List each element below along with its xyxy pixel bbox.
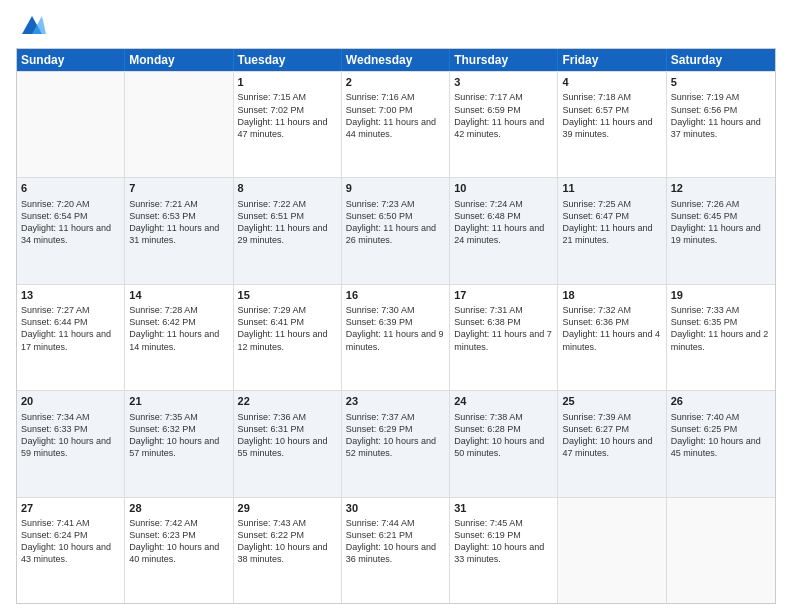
cell-day-number: 19 — [671, 288, 771, 303]
calendar-cell-22: 22Sunrise: 7:36 AM Sunset: 6:31 PM Dayli… — [234, 391, 342, 496]
cell-sun-info: Sunrise: 7:19 AM Sunset: 6:56 PM Dayligh… — [671, 91, 771, 140]
calendar-cell-5: 5Sunrise: 7:19 AM Sunset: 6:56 PM Daylig… — [667, 72, 775, 177]
calendar-cell-28: 28Sunrise: 7:42 AM Sunset: 6:23 PM Dayli… — [125, 498, 233, 603]
cell-sun-info: Sunrise: 7:45 AM Sunset: 6:19 PM Dayligh… — [454, 517, 553, 566]
calendar-cell-15: 15Sunrise: 7:29 AM Sunset: 6:41 PM Dayli… — [234, 285, 342, 390]
cell-day-number: 4 — [562, 75, 661, 90]
header-day-monday: Monday — [125, 49, 233, 71]
cell-day-number: 22 — [238, 394, 337, 409]
cell-sun-info: Sunrise: 7:17 AM Sunset: 6:59 PM Dayligh… — [454, 91, 553, 140]
cell-day-number: 5 — [671, 75, 771, 90]
cell-sun-info: Sunrise: 7:37 AM Sunset: 6:29 PM Dayligh… — [346, 411, 445, 460]
cell-sun-info: Sunrise: 7:15 AM Sunset: 7:02 PM Dayligh… — [238, 91, 337, 140]
calendar-cell-20: 20Sunrise: 7:34 AM Sunset: 6:33 PM Dayli… — [17, 391, 125, 496]
cell-day-number: 29 — [238, 501, 337, 516]
calendar-cell-13: 13Sunrise: 7:27 AM Sunset: 6:44 PM Dayli… — [17, 285, 125, 390]
calendar-cell-27: 27Sunrise: 7:41 AM Sunset: 6:24 PM Dayli… — [17, 498, 125, 603]
cell-day-number: 10 — [454, 181, 553, 196]
calendar-cell-4: 4Sunrise: 7:18 AM Sunset: 6:57 PM Daylig… — [558, 72, 666, 177]
cell-day-number: 26 — [671, 394, 771, 409]
calendar-cell-31: 31Sunrise: 7:45 AM Sunset: 6:19 PM Dayli… — [450, 498, 558, 603]
cell-day-number: 28 — [129, 501, 228, 516]
calendar-cell-1: 1Sunrise: 7:15 AM Sunset: 7:02 PM Daylig… — [234, 72, 342, 177]
cell-day-number: 16 — [346, 288, 445, 303]
calendar-week-3: 13Sunrise: 7:27 AM Sunset: 6:44 PM Dayli… — [17, 284, 775, 390]
header-day-sunday: Sunday — [17, 49, 125, 71]
calendar-cell-18: 18Sunrise: 7:32 AM Sunset: 6:36 PM Dayli… — [558, 285, 666, 390]
cell-sun-info: Sunrise: 7:18 AM Sunset: 6:57 PM Dayligh… — [562, 91, 661, 140]
page: SundayMondayTuesdayWednesdayThursdayFrid… — [0, 0, 792, 612]
cell-day-number: 6 — [21, 181, 120, 196]
calendar-cell-7: 7Sunrise: 7:21 AM Sunset: 6:53 PM Daylig… — [125, 178, 233, 283]
calendar-cell-21: 21Sunrise: 7:35 AM Sunset: 6:32 PM Dayli… — [125, 391, 233, 496]
calendar-cell-26: 26Sunrise: 7:40 AM Sunset: 6:25 PM Dayli… — [667, 391, 775, 496]
calendar-cell-19: 19Sunrise: 7:33 AM Sunset: 6:35 PM Dayli… — [667, 285, 775, 390]
calendar-week-4: 20Sunrise: 7:34 AM Sunset: 6:33 PM Dayli… — [17, 390, 775, 496]
cell-sun-info: Sunrise: 7:35 AM Sunset: 6:32 PM Dayligh… — [129, 411, 228, 460]
header-day-saturday: Saturday — [667, 49, 775, 71]
calendar-cell-30: 30Sunrise: 7:44 AM Sunset: 6:21 PM Dayli… — [342, 498, 450, 603]
cell-day-number: 31 — [454, 501, 553, 516]
cell-day-number: 11 — [562, 181, 661, 196]
cell-sun-info: Sunrise: 7:22 AM Sunset: 6:51 PM Dayligh… — [238, 198, 337, 247]
cell-sun-info: Sunrise: 7:41 AM Sunset: 6:24 PM Dayligh… — [21, 517, 120, 566]
cell-day-number: 21 — [129, 394, 228, 409]
calendar-cell-24: 24Sunrise: 7:38 AM Sunset: 6:28 PM Dayli… — [450, 391, 558, 496]
calendar-cell-empty — [125, 72, 233, 177]
cell-sun-info: Sunrise: 7:21 AM Sunset: 6:53 PM Dayligh… — [129, 198, 228, 247]
cell-sun-info: Sunrise: 7:24 AM Sunset: 6:48 PM Dayligh… — [454, 198, 553, 247]
cell-day-number: 2 — [346, 75, 445, 90]
calendar-cell-2: 2Sunrise: 7:16 AM Sunset: 7:00 PM Daylig… — [342, 72, 450, 177]
calendar-cell-empty — [667, 498, 775, 603]
cell-sun-info: Sunrise: 7:28 AM Sunset: 6:42 PM Dayligh… — [129, 304, 228, 353]
cell-day-number: 23 — [346, 394, 445, 409]
calendar-body: 1Sunrise: 7:15 AM Sunset: 7:02 PM Daylig… — [17, 71, 775, 603]
cell-day-number: 17 — [454, 288, 553, 303]
cell-sun-info: Sunrise: 7:27 AM Sunset: 6:44 PM Dayligh… — [21, 304, 120, 353]
calendar-cell-11: 11Sunrise: 7:25 AM Sunset: 6:47 PM Dayli… — [558, 178, 666, 283]
cell-sun-info: Sunrise: 7:31 AM Sunset: 6:38 PM Dayligh… — [454, 304, 553, 353]
cell-day-number: 7 — [129, 181, 228, 196]
cell-sun-info: Sunrise: 7:29 AM Sunset: 6:41 PM Dayligh… — [238, 304, 337, 353]
calendar-cell-empty — [17, 72, 125, 177]
cell-sun-info: Sunrise: 7:33 AM Sunset: 6:35 PM Dayligh… — [671, 304, 771, 353]
cell-day-number: 13 — [21, 288, 120, 303]
calendar-week-5: 27Sunrise: 7:41 AM Sunset: 6:24 PM Dayli… — [17, 497, 775, 603]
cell-day-number: 15 — [238, 288, 337, 303]
cell-day-number: 18 — [562, 288, 661, 303]
calendar-cell-29: 29Sunrise: 7:43 AM Sunset: 6:22 PM Dayli… — [234, 498, 342, 603]
calendar-cell-10: 10Sunrise: 7:24 AM Sunset: 6:48 PM Dayli… — [450, 178, 558, 283]
calendar-cell-25: 25Sunrise: 7:39 AM Sunset: 6:27 PM Dayli… — [558, 391, 666, 496]
cell-day-number: 20 — [21, 394, 120, 409]
cell-day-number: 27 — [21, 501, 120, 516]
cell-day-number: 14 — [129, 288, 228, 303]
cell-day-number: 8 — [238, 181, 337, 196]
cell-sun-info: Sunrise: 7:44 AM Sunset: 6:21 PM Dayligh… — [346, 517, 445, 566]
calendar-cell-12: 12Sunrise: 7:26 AM Sunset: 6:45 PM Dayli… — [667, 178, 775, 283]
cell-sun-info: Sunrise: 7:25 AM Sunset: 6:47 PM Dayligh… — [562, 198, 661, 247]
calendar-cell-14: 14Sunrise: 7:28 AM Sunset: 6:42 PM Dayli… — [125, 285, 233, 390]
header-day-friday: Friday — [558, 49, 666, 71]
cell-day-number: 24 — [454, 394, 553, 409]
calendar-cell-9: 9Sunrise: 7:23 AM Sunset: 6:50 PM Daylig… — [342, 178, 450, 283]
cell-sun-info: Sunrise: 7:39 AM Sunset: 6:27 PM Dayligh… — [562, 411, 661, 460]
cell-sun-info: Sunrise: 7:32 AM Sunset: 6:36 PM Dayligh… — [562, 304, 661, 353]
calendar-cell-23: 23Sunrise: 7:37 AM Sunset: 6:29 PM Dayli… — [342, 391, 450, 496]
cell-sun-info: Sunrise: 7:16 AM Sunset: 7:00 PM Dayligh… — [346, 91, 445, 140]
cell-sun-info: Sunrise: 7:26 AM Sunset: 6:45 PM Dayligh… — [671, 198, 771, 247]
cell-sun-info: Sunrise: 7:30 AM Sunset: 6:39 PM Dayligh… — [346, 304, 445, 353]
calendar: SundayMondayTuesdayWednesdayThursdayFrid… — [16, 48, 776, 604]
calendar-cell-6: 6Sunrise: 7:20 AM Sunset: 6:54 PM Daylig… — [17, 178, 125, 283]
cell-day-number: 3 — [454, 75, 553, 90]
header — [16, 12, 776, 40]
cell-sun-info: Sunrise: 7:40 AM Sunset: 6:25 PM Dayligh… — [671, 411, 771, 460]
cell-sun-info: Sunrise: 7:20 AM Sunset: 6:54 PM Dayligh… — [21, 198, 120, 247]
cell-sun-info: Sunrise: 7:42 AM Sunset: 6:23 PM Dayligh… — [129, 517, 228, 566]
logo-icon — [18, 12, 46, 40]
header-day-tuesday: Tuesday — [234, 49, 342, 71]
cell-day-number: 12 — [671, 181, 771, 196]
cell-sun-info: Sunrise: 7:38 AM Sunset: 6:28 PM Dayligh… — [454, 411, 553, 460]
cell-sun-info: Sunrise: 7:23 AM Sunset: 6:50 PM Dayligh… — [346, 198, 445, 247]
cell-day-number: 25 — [562, 394, 661, 409]
header-day-thursday: Thursday — [450, 49, 558, 71]
